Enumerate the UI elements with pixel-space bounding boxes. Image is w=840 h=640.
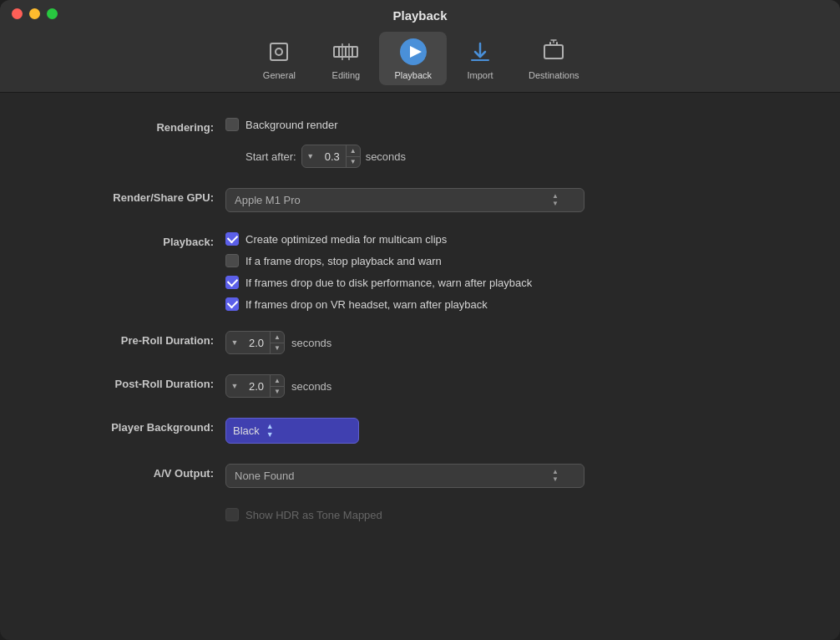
- render-gpu-up-arrow: ▲: [552, 193, 559, 200]
- player-bg-label: Player Background:: [50, 418, 225, 435]
- destinations-icon: [539, 37, 569, 67]
- player-bg-arrows: ▲ ▼: [266, 423, 274, 439]
- playback-icon: [398, 37, 428, 67]
- toolbar: General Editing: [0, 25, 840, 93]
- postroll-control: ▼ 2.0 ▲ ▼ seconds: [225, 374, 790, 398]
- close-button[interactable]: [12, 8, 23, 19]
- playback-opt3-label: If frames drop due to disk performance, …: [245, 277, 532, 289]
- av-output-down-arrow: ▼: [552, 476, 559, 483]
- toolbar-label-general: General: [263, 70, 296, 80]
- hdr-row: Show HDR as Tone Mapped: [50, 508, 790, 521]
- playback-opt4-wrapper: If frames drop on VR headset, warn after…: [225, 297, 532, 311]
- start-after-down[interactable]: ▼: [347, 157, 360, 168]
- preroll-seconds: seconds: [291, 337, 331, 349]
- postroll-up[interactable]: ▲: [271, 375, 284, 387]
- start-after-down-arrow[interactable]: ▼: [302, 145, 319, 167]
- preroll-value: 2.0: [243, 335, 270, 351]
- render-gpu-label: Render/Share GPU:: [50, 188, 225, 206]
- av-output-select[interactable]: None Found ▲ ▼: [225, 464, 584, 488]
- playback-opt2-checkbox[interactable]: [225, 254, 239, 267]
- start-after-up[interactable]: ▲: [347, 145, 360, 157]
- render-gpu-value: Apple M1 Pro: [235, 194, 301, 206]
- toolbar-item-general[interactable]: General: [245, 32, 312, 85]
- general-icon: [264, 37, 294, 67]
- playback-opt3-wrapper: If frames drop due to disk performance, …: [225, 276, 532, 289]
- postroll-stepper-wrapper: ▼ 2.0 ▲ ▼: [225, 374, 285, 398]
- traffic-lights: [12, 8, 58, 19]
- playback-label: Playback:: [50, 232, 225, 250]
- playback-opt3-checkbox[interactable]: [225, 276, 239, 289]
- preroll-down-arrow[interactable]: ▼: [226, 332, 243, 353]
- postroll-down-arrow[interactable]: ▼: [226, 375, 243, 397]
- toolbar-item-import[interactable]: Import: [447, 32, 514, 85]
- playback-checkbox-group: Create optimized media for multicam clip…: [225, 232, 532, 311]
- toolbar-item-editing[interactable]: Editing: [312, 32, 379, 85]
- render-gpu-control: Apple M1 Pro ▲ ▼: [225, 188, 790, 212]
- render-gpu-down-arrow: ▼: [552, 201, 559, 207]
- av-output-up-arrow: ▲: [552, 469, 559, 475]
- playback-opt4-checkbox[interactable]: [225, 297, 239, 311]
- render-gpu-arrows: ▲ ▼: [552, 193, 559, 207]
- start-after-label: Start after:: [245, 150, 296, 163]
- background-render-checkbox[interactable]: [225, 118, 239, 131]
- title-bar: Playback: [0, 0, 840, 25]
- render-gpu-select-wrapper: Apple M1 Pro ▲ ▼: [225, 188, 584, 212]
- svg-rect-10: [544, 45, 563, 58]
- background-render-label: Background render: [245, 119, 338, 131]
- postroll-label: Post-Roll Duration:: [50, 374, 225, 392]
- start-after-stepper: ▼ 0.3 ▲ ▼: [301, 145, 361, 168]
- start-after-value: 0.3: [319, 149, 346, 165]
- hdr-checkbox[interactable]: [225, 508, 239, 521]
- preroll-stepper: ▼ 2.0 ▲ ▼: [225, 331, 285, 354]
- background-render-wrapper: Background render: [225, 118, 790, 131]
- playback-opt2-wrapper: If a frame drops, stop playback and warn: [225, 254, 532, 267]
- av-output-arrows: ▲ ▼: [552, 469, 559, 483]
- playback-opt1-wrapper: Create optimized media for multicam clip…: [225, 232, 532, 246]
- playback-opt2-label: If a frame drops, stop playback and warn: [245, 255, 442, 267]
- av-output-row: A/V Output: None Found ▲ ▼: [50, 464, 790, 488]
- preroll-up[interactable]: ▲: [271, 332, 284, 343]
- player-bg-value: Black: [233, 424, 260, 437]
- postroll-value: 2.0: [243, 378, 270, 394]
- maximize-button[interactable]: [47, 8, 58, 19]
- av-output-value: None Found: [235, 470, 295, 482]
- player-bg-down-arrow: ▼: [266, 431, 274, 439]
- playback-opt1-label: Create optimized media for multicam clip…: [245, 233, 447, 246]
- playback-opt1-checkbox[interactable]: [225, 232, 239, 246]
- hdr-label: Show HDR as Tone Mapped: [245, 509, 382, 521]
- minimize-button[interactable]: [29, 8, 40, 19]
- toolbar-label-destinations: Destinations: [529, 70, 579, 80]
- rendering-label: Rendering:: [50, 118, 225, 135]
- window: Playback General: [0, 0, 840, 640]
- toolbar-label-playback: Playback: [394, 70, 432, 80]
- av-output-control: None Found ▲ ▼: [225, 464, 790, 488]
- playback-row: Playback: Create optimized media for mul…: [50, 232, 790, 311]
- preroll-down[interactable]: ▼: [271, 343, 284, 354]
- postroll-row: Post-Roll Duration: ▼ 2.0 ▲ ▼ seconds: [50, 374, 790, 398]
- postroll-seconds: seconds: [291, 380, 331, 393]
- start-after-row: Start after: ▼ 0.3 ▲ ▼ seconds: [245, 145, 406, 168]
- postroll-down[interactable]: ▼: [271, 387, 284, 398]
- playback-control: Create optimized media for multicam clip…: [225, 232, 790, 311]
- av-output-select-wrapper: None Found ▲ ▼: [225, 464, 584, 488]
- hdr-control: Show HDR as Tone Mapped: [225, 508, 790, 521]
- hdr-spacer: [50, 508, 225, 510]
- start-after-stepper-control: ▼ 0.3 ▲ ▼: [301, 145, 361, 168]
- preroll-row: Pre-Roll Duration: ▼ 2.0 ▲ ▼ seconds: [50, 331, 790, 354]
- av-output-label: A/V Output:: [50, 464, 225, 481]
- render-gpu-row: Render/Share GPU: Apple M1 Pro ▲ ▼: [50, 188, 790, 212]
- toolbar-label-import: Import: [467, 70, 493, 80]
- toolbar-item-playback[interactable]: Playback: [379, 32, 447, 85]
- preroll-label: Pre-Roll Duration:: [50, 331, 225, 348]
- postroll-stepper: ▼ 2.0 ▲ ▼: [225, 374, 285, 398]
- toolbar-item-destinations[interactable]: Destinations: [514, 32, 595, 85]
- render-gpu-select[interactable]: Apple M1 Pro ▲ ▼: [225, 188, 584, 212]
- player-bg-select[interactable]: Black ▲ ▼: [225, 418, 359, 444]
- start-after-seconds: seconds: [366, 150, 406, 163]
- window-title: Playback: [392, 8, 447, 23]
- preroll-stepper-wrapper: ▼ 2.0 ▲ ▼: [225, 331, 285, 354]
- postroll-arrows: ▲ ▼: [270, 375, 284, 397]
- preroll-arrows: ▲ ▼: [270, 332, 284, 353]
- start-after-arrows: ▲ ▼: [346, 145, 360, 167]
- toolbar-label-editing: Editing: [332, 70, 361, 80]
